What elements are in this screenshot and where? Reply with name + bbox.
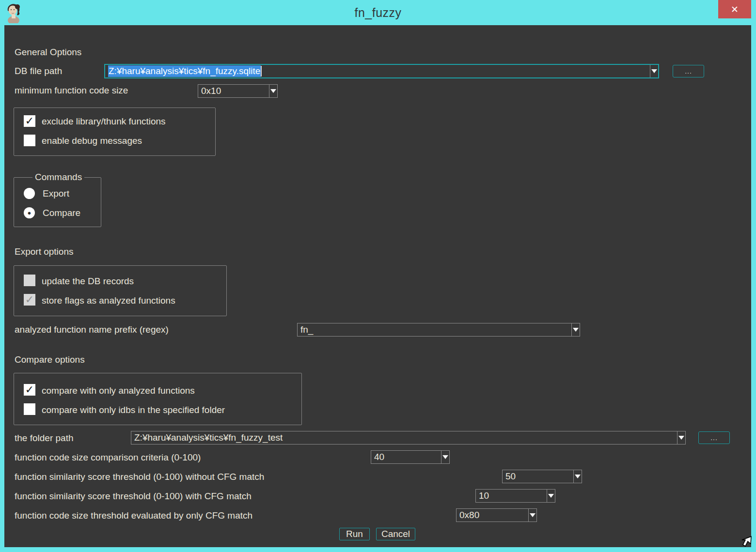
size-threshold-cfg-dropdown-button[interactable] (528, 509, 536, 521)
chevron-down-icon (270, 89, 276, 93)
db-path-browse-button[interactable]: ... (673, 65, 704, 77)
compare-options-heading: Compare options (15, 354, 85, 365)
threshold-with-cfg-dropdown[interactable]: 10 (475, 489, 555, 503)
enable-debug-checkbox[interactable] (24, 135, 35, 146)
fn-fuzzy-dialog: fn_fuzzy ✕ General Options DB file path … (0, 0, 756, 552)
folder-path-browse-button[interactable]: ... (698, 431, 730, 444)
compare-radio-label[interactable]: Compare (43, 208, 80, 218)
chevron-down-icon (651, 69, 657, 73)
db-file-path-value: Z:¥haru¥analysis¥tics¥fn_fuzzy.sqlite (108, 65, 261, 77)
compare-analyzed-checkbox[interactable]: ✓ (24, 384, 35, 396)
commands-legend: Commands (32, 172, 84, 183)
prefix-dropdown-button[interactable] (571, 323, 580, 336)
compare-checkbox-group: ✓ compare with only analyzed functions c… (14, 373, 302, 425)
folder-path-value: Z:¥haru¥analysis¥tics¥fn_fuzzy_test (134, 432, 283, 443)
min-code-size-dropdown[interactable]: 0x10 (198, 84, 278, 98)
general-options-heading: General Options (15, 47, 81, 58)
criteria-dropdown-button[interactable] (441, 451, 449, 463)
db-file-path-combobox[interactable]: Z:¥haru¥analysis¥tics¥fn_fuzzy.sqlite (104, 64, 659, 78)
window-title: fn_fuzzy (0, 6, 756, 20)
enable-debug-label[interactable]: enable debug messages (42, 136, 142, 146)
export-radio-label[interactable]: Export (43, 188, 69, 199)
folder-path-dropdown-button[interactable] (677, 431, 685, 444)
chevron-down-icon (678, 436, 684, 440)
checkmark-icon: ✓ (25, 294, 34, 305)
compare-radio[interactable]: ● (24, 207, 35, 218)
chevron-down-icon (530, 513, 536, 517)
size-threshold-cfg-label: function code size threshold evaluated b… (15, 510, 252, 521)
db-file-path-label: DB file path (15, 66, 62, 77)
export-radio[interactable] (24, 188, 35, 199)
cancel-button[interactable]: Cancel (376, 528, 415, 540)
close-icon: ✕ (731, 4, 739, 15)
store-flags-label: store flags as analyzed functions (42, 295, 175, 306)
chevron-down-icon (548, 494, 554, 498)
criteria-label: function code size comparison criteria (… (15, 452, 201, 463)
min-code-size-value: 0x10 (201, 86, 221, 96)
size-threshold-cfg-dropdown[interactable]: 0x80 (456, 508, 537, 522)
update-db-records-label: update the DB records (42, 276, 134, 287)
prefix-combobox[interactable]: fn_ (297, 323, 580, 337)
text-caret (261, 66, 262, 77)
threshold-with-cfg-label: function similarity score threshold (0-1… (15, 491, 252, 502)
threshold-with-cfg-value: 10 (479, 491, 489, 501)
dialog-body: General Options DB file path Z:¥haru¥ana… (4, 25, 751, 547)
chevron-down-icon (442, 455, 448, 459)
export-options-heading: Export options (15, 246, 73, 257)
titlebar[interactable]: fn_fuzzy ✕ (0, 0, 756, 25)
mouse-cursor-icon (739, 536, 753, 550)
size-threshold-cfg-value: 0x80 (459, 510, 479, 521)
store-flags-checkbox: ✓ (24, 294, 35, 306)
exclude-library-label[interactable]: exclude library/thunk functions (42, 116, 166, 127)
criteria-dropdown[interactable]: 40 (371, 450, 450, 464)
min-code-size-label: minimum function code size (15, 85, 128, 96)
prefix-value: fn_ (300, 324, 313, 335)
chevron-down-icon (573, 328, 579, 332)
folder-path-combobox[interactable]: Z:¥haru¥analysis¥tics¥fn_fuzzy_test (131, 431, 686, 445)
close-button[interactable]: ✕ (718, 0, 751, 18)
general-checkbox-group: ✓ exclude library/thunk functions enable… (14, 107, 216, 156)
threshold-without-cfg-dropdown-button[interactable] (573, 470, 582, 483)
threshold-without-cfg-dropdown[interactable]: 50 (502, 470, 582, 483)
folder-path-label: the folder path (15, 433, 73, 444)
exclude-library-checkbox[interactable]: ✓ (24, 115, 35, 127)
checkmark-icon: ✓ (25, 116, 34, 126)
compare-analyzed-label[interactable]: compare with only analyzed functions (42, 385, 195, 396)
criteria-value: 40 (374, 452, 384, 462)
threshold-without-cfg-value: 50 (505, 471, 516, 482)
threshold-without-cfg-label: function similarity score threshold (0-1… (15, 472, 264, 482)
update-db-records-checkbox (24, 275, 35, 286)
chevron-down-icon (575, 475, 581, 478)
compare-idbs-label[interactable]: compare with only idbs in the specified … (42, 405, 225, 415)
commands-group: Commands Export ● Compare (14, 177, 101, 227)
min-code-size-dropdown-button[interactable] (269, 85, 277, 97)
export-checkbox-group: update the DB records ✓ store flags as a… (14, 265, 227, 316)
radio-dot-icon: ● (28, 210, 32, 216)
run-button[interactable]: Run (339, 528, 370, 540)
db-path-dropdown-button[interactable] (650, 65, 658, 77)
prefix-label: analyzed function name prefix (regex) (15, 324, 169, 335)
compare-idbs-checkbox[interactable] (24, 403, 35, 415)
threshold-with-cfg-dropdown-button[interactable] (547, 490, 555, 502)
checkmark-icon: ✓ (25, 384, 34, 395)
